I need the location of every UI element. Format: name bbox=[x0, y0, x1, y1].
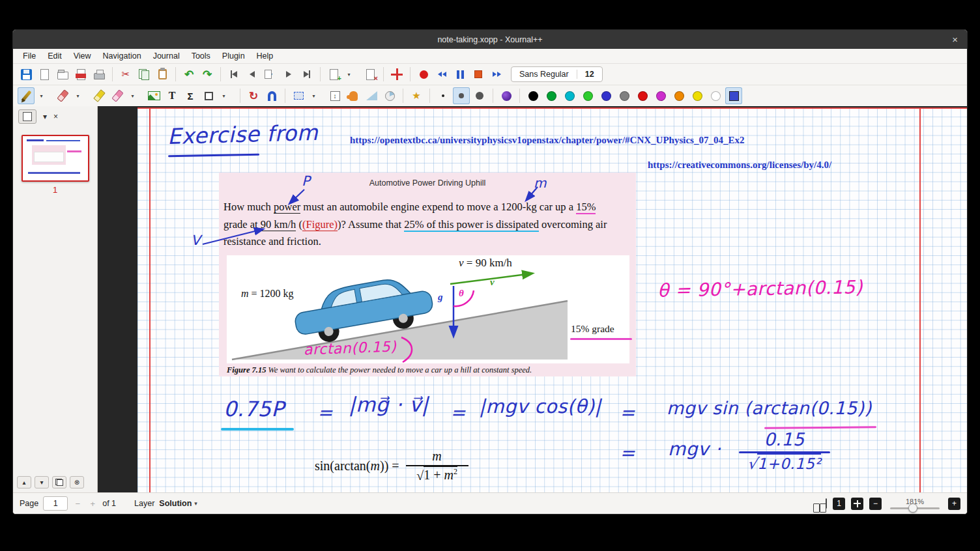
goto-page-button[interactable]: ▾ bbox=[262, 66, 279, 83]
print-button[interactable] bbox=[91, 66, 108, 83]
save-button[interactable] bbox=[18, 66, 35, 83]
menu-tools[interactable]: Tools bbox=[186, 50, 216, 62]
font-name[interactable]: Sans Regular bbox=[512, 70, 577, 79]
font-size[interactable]: 12 bbox=[577, 70, 602, 79]
shape-recognizer-button[interactable]: ↻ bbox=[245, 87, 262, 104]
zoom-slider[interactable] bbox=[890, 507, 940, 509]
redo-button[interactable]: ↷ bbox=[199, 66, 216, 83]
ruler-button[interactable] bbox=[363, 87, 380, 104]
menu-help[interactable]: Help bbox=[251, 50, 280, 62]
sidebar-panel-close-button[interactable]: ⊗ bbox=[70, 476, 84, 488]
open-button[interactable] bbox=[54, 66, 71, 83]
record-audio-button[interactable] bbox=[415, 66, 432, 83]
color-white-button[interactable] bbox=[707, 87, 724, 104]
color-gray-button[interactable] bbox=[616, 87, 633, 104]
menu-journal[interactable]: Journal bbox=[147, 50, 186, 62]
forward-button[interactable] bbox=[488, 66, 505, 83]
color-chooser-button[interactable] bbox=[725, 87, 742, 104]
move-view-button[interactable] bbox=[388, 66, 405, 83]
color-green-button[interactable] bbox=[543, 87, 560, 104]
hand-tool-button[interactable] bbox=[345, 87, 362, 104]
menu-view[interactable]: View bbox=[68, 50, 97, 62]
undo-button[interactable]: ↶ bbox=[180, 66, 197, 83]
highlighter-options-dropdown[interactable]: ▾ bbox=[127, 87, 144, 104]
page-increment-button[interactable]: + bbox=[87, 497, 98, 510]
eraser-options-dropdown[interactable]: ▾ bbox=[72, 87, 89, 104]
size-medium-button[interactable] bbox=[453, 87, 470, 104]
color-cyan-button[interactable] bbox=[561, 87, 578, 104]
layer-dropdown[interactable]: ▾ bbox=[194, 500, 201, 507]
eraser-tool-button[interactable] bbox=[54, 87, 71, 104]
zoom-in-button[interactable]: + bbox=[948, 498, 960, 510]
copy-button[interactable] bbox=[136, 66, 152, 83]
grid-view-button[interactable] bbox=[851, 498, 863, 510]
export-pdf-button[interactable] bbox=[72, 66, 89, 83]
size-fine-icon bbox=[442, 94, 444, 97]
stop-button[interactable] bbox=[470, 66, 487, 83]
pause-button[interactable] bbox=[452, 66, 468, 83]
font-selector[interactable]: Sans Regular 12 bbox=[511, 66, 603, 82]
zoom-out-button[interactable]: − bbox=[869, 498, 882, 510]
license-url-text[interactable]: https://creativecommons.org/licenses/by/… bbox=[648, 160, 831, 171]
select-text-tool-button[interactable] bbox=[109, 87, 126, 104]
last-page-button[interactable] bbox=[298, 66, 315, 83]
insert-page-button[interactable]: + bbox=[325, 66, 342, 83]
first-page-button[interactable] bbox=[225, 66, 242, 83]
one-page-view-button[interactable]: 1 bbox=[833, 498, 845, 510]
insert-image-button[interactable] bbox=[145, 87, 162, 104]
page-thumbnail[interactable] bbox=[22, 135, 89, 182]
sidebar-up-button[interactable]: ▴ bbox=[17, 476, 31, 488]
window-close-button[interactable]: × bbox=[952, 30, 958, 49]
problem-text: How much power must an automobile engine… bbox=[223, 199, 633, 251]
menu-plugin[interactable]: Plugin bbox=[216, 50, 251, 62]
color-red-button[interactable] bbox=[634, 87, 651, 104]
dark-pen-button[interactable] bbox=[498, 87, 515, 104]
pen-options-dropdown[interactable]: ▾ bbox=[36, 87, 53, 104]
delete-page-button[interactable]: × bbox=[362, 66, 379, 83]
previous-page-button[interactable] bbox=[244, 66, 261, 83]
cut-button[interactable]: ✂ bbox=[117, 66, 134, 83]
color-magenta-button[interactable] bbox=[652, 87, 669, 104]
zoom-slider-thumb[interactable] bbox=[908, 503, 917, 513]
page-number-input[interactable]: 1 bbox=[43, 496, 68, 511]
forward-icon bbox=[493, 72, 501, 77]
insert-text-button[interactable]: T bbox=[164, 87, 180, 104]
toolbar-separator bbox=[240, 89, 240, 103]
rect-select-dropdown[interactable]: ▾ bbox=[308, 87, 325, 104]
highlighter-tool-button[interactable] bbox=[91, 87, 108, 104]
page-decrement-button[interactable]: − bbox=[72, 497, 83, 510]
color-blue-button[interactable] bbox=[598, 87, 614, 104]
color-swatch bbox=[620, 91, 629, 101]
insert-page-dropdown[interactable]: ▾ bbox=[343, 66, 360, 83]
new-document-button[interactable] bbox=[36, 66, 53, 83]
menu-edit[interactable]: Edit bbox=[42, 50, 68, 62]
menu-navigation[interactable]: Navigation bbox=[97, 50, 147, 62]
paste-button[interactable] bbox=[154, 66, 171, 83]
sidebar-down-button[interactable]: ▾ bbox=[35, 476, 49, 488]
color-black-button[interactable] bbox=[525, 87, 541, 104]
protractor-button[interactable] bbox=[381, 87, 398, 104]
color-lightgreen-button[interactable] bbox=[579, 87, 596, 104]
shape-options-dropdown[interactable]: ▾ bbox=[218, 87, 235, 104]
color-orange-button[interactable] bbox=[670, 87, 687, 104]
menu-file[interactable]: File bbox=[17, 50, 42, 62]
rewind-button[interactable] bbox=[433, 66, 450, 83]
next-page-button[interactable] bbox=[280, 66, 297, 83]
duplicate-page-button[interactable] bbox=[52, 476, 66, 488]
snap-magnet-button[interactable] bbox=[263, 87, 280, 104]
vertical-space-button[interactable]: ↕ bbox=[326, 87, 343, 104]
size-fine-button[interactable] bbox=[435, 87, 452, 104]
layer-value[interactable]: Solution bbox=[159, 499, 192, 508]
pen-tool-button[interactable] bbox=[18, 87, 35, 104]
journal-page[interactable]: Exercise from https://opentextbc.ca/univ… bbox=[137, 107, 967, 492]
source-url-text[interactable]: https://opentextbc.ca/universityphysicsv… bbox=[350, 135, 744, 146]
rect-select-button[interactable] bbox=[290, 87, 307, 104]
sidebar-dropdown[interactable]: ▾ bbox=[43, 112, 47, 121]
insert-latex-button[interactable]: Σ bbox=[182, 87, 199, 104]
sidebar-close-button[interactable]: × bbox=[53, 112, 58, 121]
size-thick-button[interactable] bbox=[471, 87, 488, 104]
draw-shape-button[interactable] bbox=[200, 87, 217, 104]
color-yellow-button[interactable] bbox=[689, 87, 706, 104]
fancy-pen-button[interactable]: ★ bbox=[408, 87, 425, 104]
sidebar-preview-tab[interactable] bbox=[18, 109, 36, 124]
